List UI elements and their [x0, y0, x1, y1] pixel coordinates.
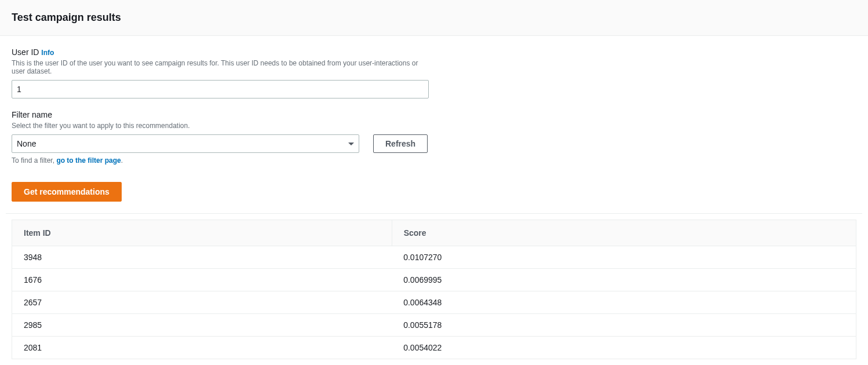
filter-select-wrapper: None [12, 134, 359, 153]
filter-page-link[interactable]: go to the filter page [56, 156, 121, 165]
cell-item-id: 2985 [12, 314, 392, 337]
filter-controls-row: None Refresh [12, 134, 429, 153]
filter-description: Select the filter you want to apply to t… [12, 122, 429, 130]
table-header-row: Item ID Score [12, 220, 856, 246]
cell-score: 0.0069995 [392, 269, 856, 291]
filter-hint: To find a filter, go to the filter page. [12, 156, 429, 165]
filter-hint-suffix: . [121, 156, 123, 165]
cell-score: 0.0054022 [392, 337, 856, 359]
cell-item-id: 2657 [12, 291, 392, 314]
header-score: Score [392, 220, 856, 246]
user-id-input[interactable] [12, 80, 429, 98]
table-row: 20810.0054022 [12, 337, 856, 359]
user-id-group: User ID Info This is the user ID of the … [12, 48, 429, 98]
user-id-label-row: User ID Info [12, 48, 429, 57]
header-item-id: Item ID [12, 220, 392, 246]
user-id-description: This is the user ID of the user you want… [12, 59, 429, 75]
filter-group: Filter name Select the filter you want t… [12, 110, 429, 165]
section-divider [6, 213, 862, 214]
cell-score: 0.0055178 [392, 314, 856, 337]
filter-select[interactable]: None [12, 134, 359, 153]
results-table-container: Item ID Score 39480.010727016760.0069995… [12, 220, 856, 359]
filter-hint-prefix: To find a filter, [12, 156, 56, 165]
table-row: 39480.0107270 [12, 246, 856, 269]
page-title: Test campaign results [12, 12, 856, 24]
table-row: 26570.0064348 [12, 291, 856, 314]
cell-score: 0.0107270 [392, 246, 856, 269]
chevron-down-icon [348, 143, 354, 145]
refresh-button[interactable]: Refresh [373, 134, 428, 153]
filter-label-row: Filter name [12, 110, 429, 119]
cell-item-id: 3948 [12, 246, 392, 269]
cell-item-id: 2081 [12, 337, 392, 359]
filter-select-value: None [17, 139, 36, 148]
results-table: Item ID Score 39480.010727016760.0069995… [12, 220, 856, 359]
user-id-info-link[interactable]: Info [41, 49, 54, 57]
page-header: Test campaign results [0, 0, 868, 36]
user-id-label: User ID [12, 48, 39, 57]
cell-score: 0.0064348 [392, 291, 856, 314]
get-recommendations-button[interactable]: Get recommendations [12, 182, 122, 202]
main-content: User ID Info This is the user ID of the … [0, 36, 868, 365]
table-row: 16760.0069995 [12, 269, 856, 291]
filter-label: Filter name [12, 110, 52, 119]
cell-item-id: 1676 [12, 269, 392, 291]
table-row: 29850.0055178 [12, 314, 856, 337]
